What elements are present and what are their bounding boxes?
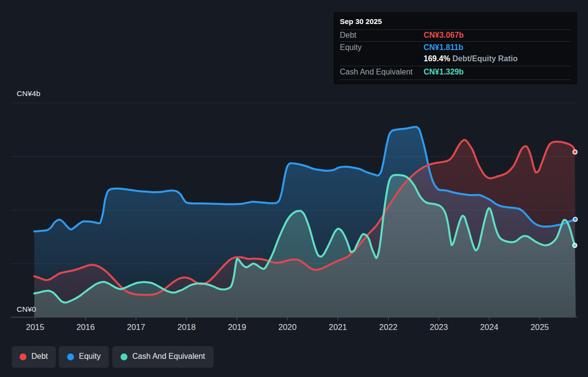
- svg-text:CN¥4b: CN¥4b: [17, 89, 40, 98]
- svg-text:2018: 2018: [177, 323, 196, 332]
- svg-text:2020: 2020: [278, 323, 296, 332]
- svg-text:CN¥0: CN¥0: [17, 305, 36, 313]
- svg-text:2021: 2021: [329, 323, 347, 332]
- svg-text:2023: 2023: [430, 323, 448, 332]
- svg-text:2024: 2024: [480, 323, 498, 332]
- svg-text:2019: 2019: [228, 323, 246, 332]
- svg-text:2016: 2016: [76, 323, 95, 332]
- svg-text:2025: 2025: [531, 323, 549, 332]
- svg-text:2015: 2015: [26, 323, 44, 332]
- svg-text:2017: 2017: [127, 323, 145, 332]
- svg-text:2022: 2022: [379, 323, 397, 332]
